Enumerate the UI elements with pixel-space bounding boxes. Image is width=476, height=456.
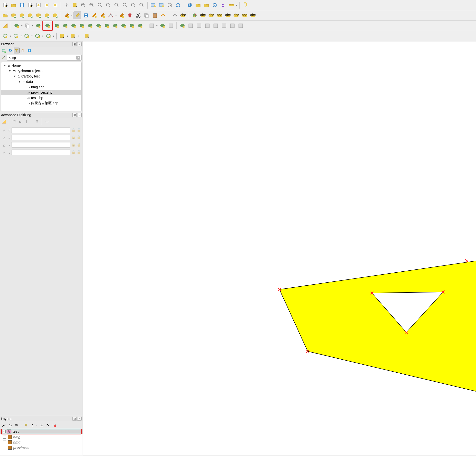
add-group-icon[interactable]: 🗂	[7, 422, 13, 428]
label-props-button[interactable]: abc	[249, 12, 257, 19]
temporal-button[interactable]	[166, 1, 174, 9]
tree-item[interactable]: ▼ 🗀 data	[1, 79, 81, 84]
text-annotation-button[interactable]	[51, 1, 59, 9]
panel-close-icon[interactable]: ✕	[77, 417, 82, 421]
dropdown-caret-icon[interactable]: ▾	[20, 22, 23, 30]
ad-input-a[interactable]	[11, 135, 70, 140]
tree-item[interactable]: ▱ nmg.shp	[1, 84, 81, 90]
new-spatialite-button[interactable]: +	[26, 12, 34, 19]
digitize-shape-button[interactable]	[99, 12, 106, 19]
rotate-feature-button[interactable]	[34, 22, 42, 30]
rotate-point-button[interactable]	[148, 22, 156, 30]
enable-advanced-button[interactable]	[1, 22, 9, 30]
open-project-button[interactable]	[10, 1, 17, 9]
fill-ring-button[interactable]	[70, 22, 77, 30]
mesh-e-button[interactable]	[237, 22, 245, 30]
layer-row[interactable]: nmg	[0, 440, 83, 445]
pan-to-selection-button[interactable]	[71, 1, 79, 9]
add-feature-button[interactable]	[90, 12, 98, 19]
paste-button[interactable]	[151, 12, 159, 19]
layer-row[interactable]: ✓ ✎ test	[0, 429, 83, 434]
help-button[interactable]	[241, 1, 249, 9]
style-manager-button[interactable]	[43, 1, 51, 9]
merge-features-button[interactable]	[128, 22, 136, 30]
add-regular-polygon-button[interactable]	[44, 32, 52, 40]
ad-input-y[interactable]	[11, 150, 70, 155]
dropdown-caret-icon[interactable]: ▾	[41, 32, 44, 40]
new-print-layout-button[interactable]: ★	[26, 1, 34, 9]
new-memory-button[interactable]: +	[43, 12, 51, 19]
panel-float-icon[interactable]: ◱	[72, 417, 77, 421]
panel-float-icon[interactable]: ◱	[72, 113, 77, 117]
delete-selected-button[interactable]	[126, 12, 134, 19]
filter-icon[interactable]	[14, 48, 20, 53]
processing-toolbox-button[interactable]	[211, 1, 219, 9]
dropdown-caret-icon[interactable]: ▾	[114, 12, 117, 19]
dropdown-caret-icon[interactable]: ▾	[35, 421, 38, 429]
label-move-button[interactable]: abc	[232, 12, 240, 19]
statistical-summary-button[interactable]: Σ	[219, 1, 227, 9]
select-value-button[interactable]	[69, 32, 77, 40]
mesh-d-button[interactable]	[228, 22, 236, 30]
add-ring-button[interactable]	[53, 22, 61, 30]
browser-tree[interactable]: ▼ ⌂ Home ▼ 🗀 PycharmProjects ▼ 🗀 Cartopy…	[1, 62, 82, 111]
delete-part-button[interactable]	[86, 22, 94, 30]
dropdown-caret-icon[interactable]: ▾	[77, 32, 80, 40]
new-geopackage-button[interactable]: +	[10, 12, 17, 19]
remove-layer-icon[interactable]	[51, 422, 57, 428]
zoom-in-button[interactable]	[79, 1, 87, 9]
labeling-tbx-button[interactable]: abc	[207, 12, 215, 19]
mesh-c-button[interactable]	[220, 22, 228, 30]
panel-close-icon[interactable]: ✕	[77, 113, 82, 117]
topology-checker-button[interactable]	[195, 22, 203, 30]
map-canvas[interactable]	[83, 41, 476, 455]
new-virtual-button[interactable]: +	[35, 12, 42, 19]
cad-enable-icon[interactable]	[1, 118, 7, 124]
trim-extend-button[interactable]	[167, 22, 175, 30]
zoom-out-button[interactable]	[88, 1, 96, 9]
layout-manager-button[interactable]	[35, 1, 42, 9]
zoom-last-button[interactable]	[129, 1, 137, 9]
add-rectangle-button[interactable]	[34, 32, 41, 40]
label-rotate-button[interactable]: abc	[241, 12, 249, 19]
delete-ring-button[interactable]	[78, 22, 86, 30]
ad-input-x[interactable]	[11, 142, 70, 148]
current-edits-button[interactable]	[63, 12, 71, 19]
measure-button[interactable]	[227, 1, 235, 9]
dropdown-caret-icon[interactable]: ▾	[30, 32, 33, 40]
tree-item[interactable]: ▱ 内蒙古自治区.shp	[1, 101, 81, 106]
open-field-calc-button[interactable]	[202, 1, 210, 9]
offset-curve-button[interactable]	[103, 22, 111, 30]
clear-filter-icon[interactable]: ✕	[76, 56, 80, 60]
zoom-native-button[interactable]	[121, 1, 129, 9]
undo-button[interactable]	[159, 12, 167, 19]
geom-checker-button[interactable]	[187, 22, 195, 30]
select-features-button[interactable]	[58, 32, 66, 40]
refresh-icon[interactable]	[7, 48, 13, 53]
browser-filter-input[interactable]	[7, 55, 82, 61]
layers-list[interactable]: ✓ ✎ test nmg nmg provinces	[0, 429, 83, 455]
dropdown-caret-icon[interactable]: ▾	[155, 22, 158, 30]
split-features-button[interactable]	[111, 22, 119, 30]
ad-input-d[interactable]	[11, 127, 70, 133]
modify-attributes-button[interactable]	[118, 12, 125, 19]
save-layer-edits-button[interactable]	[82, 12, 90, 19]
layer-visibility-checkbox[interactable]	[3, 441, 6, 444]
layer-style-icon[interactable]: 🖌	[1, 422, 7, 428]
single-label-button[interactable]: abc	[179, 12, 187, 19]
dropdown-caret-icon[interactable]: ▾	[20, 421, 23, 429]
copy-button[interactable]	[143, 12, 150, 19]
offset-point-button[interactable]	[159, 22, 166, 30]
add-part-button[interactable]	[61, 22, 69, 30]
move-feature-button[interactable]	[13, 22, 21, 30]
add-polygon-feature-button[interactable]	[1, 32, 9, 40]
filter-legend-icon[interactable]	[23, 422, 29, 428]
manage-visibility-icon[interactable]: 👁	[14, 422, 20, 428]
dropdown-caret-icon[interactable]: ▾	[235, 1, 238, 9]
new-map-view-button[interactable]	[149, 1, 157, 9]
new-3d-view-button[interactable]	[158, 1, 165, 9]
label-pin-button[interactable]: abc	[216, 12, 224, 19]
layer-row[interactable]: nmg	[0, 434, 83, 440]
save-project-button[interactable]	[18, 1, 26, 9]
properties-icon[interactable]: i	[26, 48, 32, 53]
